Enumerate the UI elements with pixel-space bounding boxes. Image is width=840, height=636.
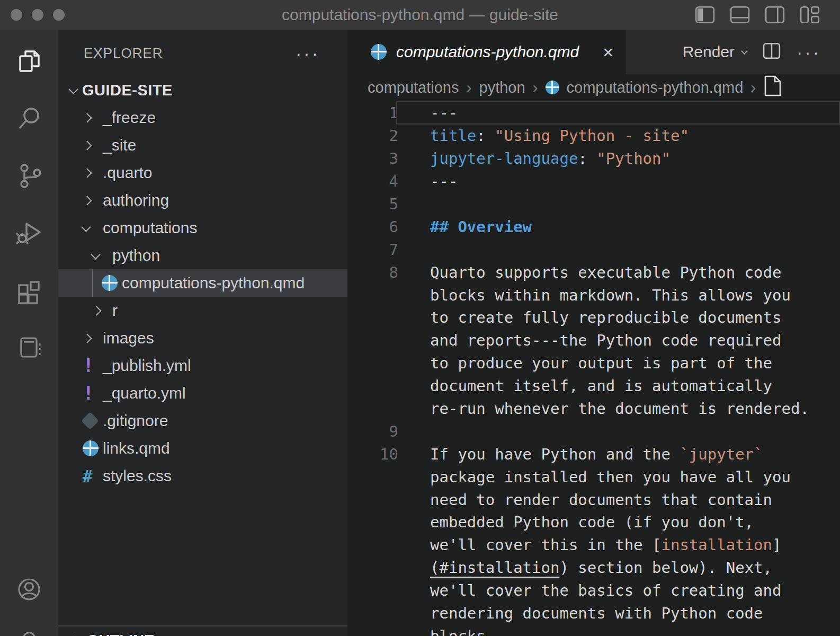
code-line[interactable]: 3jupyter-language: "Python" — [347, 147, 840, 170]
indent-guide — [92, 269, 93, 297]
section-header-outline[interactable]: OUTLINE — [58, 626, 347, 636]
code-line[interactable]: blocks within markdown. This allows you — [347, 284, 840, 306]
code-line[interactable]: need to render documents that contain — [347, 488, 840, 511]
code-line[interactable]: 6## Overview — [347, 215, 840, 238]
section-label: GUIDE-SITE — [82, 82, 173, 99]
chevron-right-icon[interactable] — [92, 306, 101, 315]
code-line[interactable]: document itself, and is automatically — [347, 375, 840, 398]
code-line[interactable]: and reports---the Python code required — [347, 329, 840, 352]
code-line-text: to produce your output is part of the — [398, 354, 772, 372]
tree-item-label: .quarto — [103, 164, 152, 182]
tree-item-computations-python.qmd[interactable]: computations-python.qmd — [58, 269, 347, 297]
tree-item-icon-slot: # — [83, 466, 103, 485]
code-line[interactable]: to create fully reproducible documents — [347, 306, 840, 329]
code-line[interactable]: 2title: "Using Python - site" — [347, 125, 840, 147]
tree-item-_site[interactable]: _site — [58, 131, 347, 159]
chevron-right-icon[interactable] — [82, 113, 92, 122]
tree-item-.gitignore[interactable]: .gitignore — [58, 407, 347, 435]
tree-item-python[interactable]: python — [58, 242, 347, 269]
tree-item-icon-slot — [83, 224, 103, 233]
tree-item-computations[interactable]: computations — [58, 214, 347, 242]
code-line[interactable]: (#installation) section below). Next, — [347, 556, 840, 579]
chevron-right-icon[interactable] — [82, 168, 92, 178]
tree-item-icon-slot — [83, 114, 103, 121]
code-line[interactable]: 7 — [347, 238, 840, 261]
breadcrumb-item[interactable]: computations-python.qmd — [567, 79, 744, 96]
toggle-primary-sidebar-icon[interactable] — [695, 6, 715, 24]
code-line[interactable]: blocks. — [347, 624, 840, 636]
tree-item-_freeze[interactable]: _freeze — [58, 104, 347, 131]
tree-item-icon-slot — [83, 142, 103, 149]
activity-bar — [0, 30, 58, 636]
breadcrumb-item[interactable]: python — [479, 79, 525, 96]
split-editor-icon[interactable] — [763, 42, 781, 61]
code-line-text: blocks within markdown. This allows you — [398, 286, 791, 304]
code-line[interactable]: 5 — [347, 193, 840, 216]
code-line[interactable]: rendering documents with Python code — [347, 602, 840, 625]
file-tree: _freeze_site.quartoauthoringcomputations… — [58, 104, 347, 490]
code-line[interactable]: we'll cover the basics of creating and — [347, 579, 840, 602]
code-line[interactable]: 10If you have Python and the `jupyter` — [347, 443, 840, 465]
code-line-text: re-run whenever the document is rendered… — [398, 400, 809, 418]
explorer-more-actions-icon[interactable]: ··· — [296, 43, 320, 64]
tree-item-_quarto.yml[interactable]: !_quarto.yml — [58, 379, 347, 407]
code-line[interactable]: we'll cover this in the [installation] — [347, 534, 840, 556]
breadcrumb-item[interactable]: computations — [368, 79, 459, 96]
close-tab-icon[interactable]: × — [603, 43, 613, 61]
editor-more-actions-icon[interactable]: ··· — [797, 42, 821, 63]
code-line[interactable]: 9 — [347, 420, 840, 443]
tree-item-icon-slot: ! — [83, 384, 103, 403]
line-number: 8 — [347, 263, 398, 281]
account-icon[interactable] — [0, 576, 58, 603]
code-line-text: If you have Python and the `jupyter` — [398, 445, 763, 463]
tree-item-.quarto[interactable]: .quarto — [58, 159, 347, 187]
source-control-icon[interactable] — [0, 162, 58, 189]
tab-label: computations-python.qmd — [396, 43, 579, 61]
yaml-file-icon: ! — [83, 356, 94, 375]
code-line[interactable]: embedded Python code (if you don't, — [347, 511, 840, 534]
tree-item-styles.css[interactable]: #styles.css — [58, 462, 347, 490]
tree-item-icon-slot — [83, 170, 103, 176]
render-button[interactable]: Render — [683, 43, 747, 61]
chevron-right-icon[interactable] — [82, 196, 92, 205]
section-header-guide-site[interactable]: GUIDE-SITE — [58, 76, 347, 104]
code-line[interactable]: 8Quarto supports executable Python code — [347, 261, 840, 284]
chevron-right-icon[interactable] — [82, 140, 92, 150]
chevron-right-icon: › — [467, 78, 472, 96]
tree-item-links.qmd[interactable]: links.qmd — [58, 435, 347, 462]
notebook-icon[interactable] — [0, 333, 58, 361]
chevron-down-icon[interactable] — [81, 222, 91, 232]
run-debug-icon[interactable] — [0, 219, 58, 246]
code-line-text: embedded Python code (if you don't, — [398, 513, 754, 531]
customize-layout-icon[interactable] — [800, 6, 820, 24]
code-line-text: rendering documents with Python code — [398, 604, 763, 622]
quarto-file-icon — [102, 275, 118, 291]
tree-item-icon-slot: ! — [83, 356, 103, 375]
tree-item-_publish.yml[interactable]: !_publish.yml — [58, 352, 347, 379]
tree-item-authoring[interactable]: authoring — [58, 187, 347, 214]
code-line[interactable]: package installed then you have all you — [347, 465, 840, 488]
chevron-right-icon[interactable] — [82, 333, 92, 343]
code-editor[interactable]: 1---2title: "Using Python - site"3jupyte… — [347, 101, 840, 636]
line-number: 1 — [347, 104, 398, 122]
quarto-file-icon — [83, 440, 99, 456]
tree-item-images[interactable]: images — [58, 324, 347, 352]
tab-computations-python[interactable]: computations-python.qmd × — [347, 30, 626, 74]
tree-item-label: r — [112, 302, 118, 320]
explorer-sidebar: EXPLORER ··· GUIDE-SITE _freeze_site.qua… — [58, 30, 347, 636]
toggle-secondary-sidebar-icon[interactable] — [765, 6, 785, 24]
tree-item-r[interactable]: r — [58, 297, 347, 324]
editor-group: computations-python.qmd × Render ··· com… — [347, 30, 840, 636]
sidebar-title: EXPLORER — [84, 45, 163, 61]
code-line[interactable]: re-run whenever the document is rendered… — [347, 398, 840, 420]
extensions-icon[interactable] — [0, 276, 58, 304]
tree-item-label: authoring — [103, 191, 169, 209]
settings-gear-icon[interactable] — [23, 632, 35, 636]
explorer-icon[interactable] — [0, 47, 58, 75]
chevron-down-icon[interactable] — [91, 250, 100, 259]
code-line[interactable]: to produce your output is part of the — [347, 352, 840, 375]
toggle-panel-icon[interactable] — [730, 6, 750, 24]
search-icon[interactable] — [0, 104, 58, 132]
code-line[interactable]: 1--- — [347, 102, 840, 125]
code-line[interactable]: 4--- — [347, 170, 840, 193]
